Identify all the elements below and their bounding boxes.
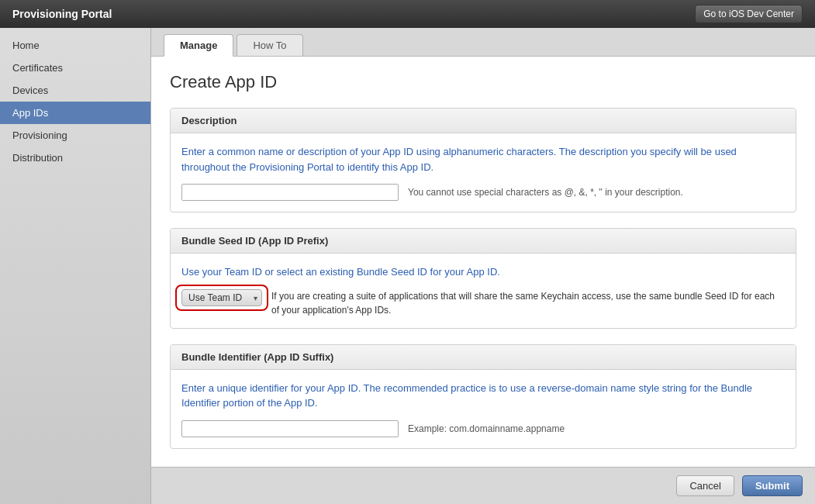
description-input[interactable] — [181, 184, 399, 201]
bundle-seed-section-body: Use your Team ID or select an existing B… — [171, 254, 796, 328]
main-layout: Home Certificates Devices App IDs Provis… — [0, 28, 815, 504]
page-title: Create App ID — [170, 72, 796, 92]
bundle-identifier-header-text: Bundle Identifier (App ID Suffix) — [181, 351, 333, 363]
page-content: Create App ID Description Enter a common… — [151, 57, 815, 467]
bundle-identifier-input[interactable] — [181, 420, 399, 437]
description-desc: Enter a common name or description of yo… — [181, 144, 785, 174]
tab-manage[interactable]: Manage — [164, 34, 233, 57]
tab-bar: Manage How To — [151, 28, 815, 57]
tab-how-to[interactable]: How To — [237, 34, 302, 56]
ios-dev-center-button[interactable]: Go to iOS Dev Center — [695, 5, 803, 23]
description-section-body: Enter a common name or description of yo… — [171, 133, 796, 212]
description-section: Description Enter a common name or descr… — [170, 108, 796, 212]
bundle-seed-header: Bundle Seed ID (App ID Prefix) — [171, 229, 796, 254]
content-area: Manage How To Create App ID Description … — [151, 28, 815, 504]
description-section-header: Description — [171, 109, 796, 133]
portal-title: Provisioning Portal — [12, 8, 112, 20]
team-id-wrapper: Use Team ID — [181, 289, 262, 306]
bundle-identifier-desc: Enter a unique identifier for your App I… — [181, 381, 785, 411]
sidebar-item-home[interactable]: Home — [0, 34, 150, 57]
bundle-identifier-header: Bundle Identifier (App ID Suffix) — [171, 345, 796, 370]
description-header-text: Description — [181, 115, 237, 126]
sidebar-item-devices[interactable]: Devices — [0, 79, 150, 102]
sidebar-item-certificates[interactable]: Certificates — [0, 57, 150, 79]
team-id-select[interactable]: Use Team ID — [181, 289, 262, 306]
seed-input-row: Use Team ID If you are creating a suite … — [181, 289, 785, 317]
bundle-identifier-section-body: Enter a unique identifier for your App I… — [171, 370, 796, 448]
bundle-identifier-section: Bundle Identifier (App ID Suffix) Enter … — [170, 344, 796, 449]
sidebar-item-distribution[interactable]: Distribution — [0, 147, 150, 169]
bundle-identifier-input-row: Example: com.domainname.appname — [181, 420, 785, 437]
bundle-seed-id-section: Bundle Seed ID (App ID Prefix) Use your … — [170, 228, 796, 329]
cancel-button[interactable]: Cancel — [676, 475, 734, 496]
sidebar: Home Certificates Devices App IDs Provis… — [0, 28, 151, 504]
team-id-select-wrapper: Use Team ID — [181, 289, 262, 306]
seed-desc-text: If you are creating a suite of applicati… — [271, 289, 785, 317]
top-header: Provisioning Portal Go to iOS Dev Center — [0, 0, 815, 28]
description-input-row: You cannot use special characters as @, … — [181, 184, 785, 201]
sidebar-item-provisioning[interactable]: Provisioning — [0, 124, 150, 147]
submit-button[interactable]: Submit — [742, 475, 803, 496]
sidebar-item-app-ids[interactable]: App IDs — [0, 102, 150, 124]
bundle-identifier-hint: Example: com.domainname.appname — [408, 423, 565, 434]
footer: Cancel Submit — [151, 467, 815, 504]
bundle-seed-header-text: Bundle Seed ID (App ID Prefix) — [181, 235, 328, 247]
description-input-hint: You cannot use special characters as @, … — [408, 187, 683, 198]
bundle-seed-desc: Use your Team ID or select an existing B… — [181, 264, 785, 280]
